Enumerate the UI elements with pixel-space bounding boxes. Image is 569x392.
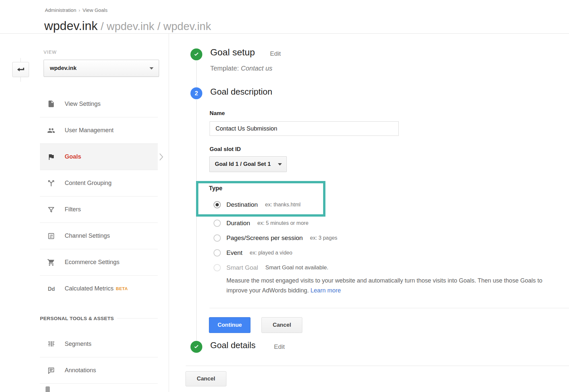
goal-slot-id-selector[interactable]: Goal Id 1 / Goal Set 1	[209, 156, 287, 172]
smart-goal-unavailable-note: Smart Goal not available.	[265, 264, 328, 271]
sidebar-item-filters[interactable]: Filters	[40, 196, 158, 223]
sidebar-item-label: Filters	[65, 206, 81, 213]
stepper-connector	[196, 100, 197, 341]
view-section-label: VIEW	[44, 49, 57, 55]
channel-settings-icon	[47, 232, 55, 240]
pages-screens-radio[interactable]	[214, 234, 221, 242]
content-grouping-icon	[47, 179, 55, 187]
goal-details-complete-badge	[190, 341, 202, 353]
people-icon	[47, 127, 55, 135]
goal-setup-complete-badge	[190, 48, 202, 60]
back-arrow-icon	[17, 65, 25, 75]
calculated-metrics-icon: Dd	[47, 285, 55, 293]
goal-setup-title: Goal setup	[210, 47, 255, 58]
next-item-icon-fragment	[46, 386, 50, 392]
goal-description-step-badge: 2	[190, 87, 202, 99]
sidebar-nav: View Settings User Management Goals Cont…	[40, 91, 158, 302]
beta-badge: BETA	[116, 286, 128, 291]
type-option-example: ex: played a video	[250, 250, 292, 256]
check-icon	[193, 344, 200, 350]
view-goals-page: Administration›View Goals wpdev.ink / wp…	[0, 0, 569, 392]
sidebar-item-user-management[interactable]: User Management	[40, 117, 158, 143]
sidebar-item-label: View Settings	[65, 101, 101, 107]
page-title-account: wpdev.ink	[44, 19, 98, 33]
help-line-2: improve your AdWords bidding.	[226, 287, 309, 294]
header-divider	[0, 33, 569, 34]
svg-text:Dd: Dd	[48, 286, 55, 292]
sidebar-item-label: Content Grouping	[65, 180, 112, 187]
type-option-label[interactable]: Destination	[226, 201, 258, 208]
page-title: wpdev.ink / wpdev.ink / wpdev.ink	[44, 19, 211, 33]
type-option-example: ex: thanks.html	[265, 202, 301, 208]
breadcrumb: Administration›View Goals	[45, 7, 108, 13]
type-option-example: ex: 5 minutes or more	[257, 220, 309, 226]
sidebar-item-content-grouping[interactable]: Content Grouping	[40, 170, 158, 196]
chevron-down-icon	[150, 67, 153, 70]
breadcrumb-administration[interactable]: Administration	[45, 7, 76, 13]
funnel-icon	[47, 206, 55, 214]
sidebar-item-label: User Management	[65, 127, 114, 134]
section-header-rule	[117, 318, 158, 318]
segments-icon	[47, 340, 55, 348]
back-connector-top	[20, 58, 21, 62]
sidebar-item-label: Calculated Metrics	[65, 285, 114, 292]
type-option-label[interactable]: Pages/Screens per session	[226, 234, 303, 242]
goal-description-title: Goal description	[210, 87, 272, 97]
goal-details-title: Goal details	[210, 340, 255, 350]
goal-setup-edit-link[interactable]: Edit	[270, 50, 281, 57]
smart-goal-help-text: Measure the most engaged visits to your …	[226, 276, 560, 295]
annotation-bubble-icon	[47, 367, 55, 375]
event-radio[interactable]	[214, 249, 221, 256]
section-header-label: PERSONAL TOOLS & ASSETS	[40, 316, 114, 321]
back-button[interactable]	[12, 62, 29, 77]
type-option-label[interactable]: Duration	[226, 220, 250, 227]
breadcrumb-separator: ›	[79, 7, 80, 13]
document-icon	[47, 100, 55, 108]
sidebar-item-label: Annotations	[65, 367, 96, 374]
destination-radio[interactable]	[214, 201, 221, 208]
breadcrumb-view-goals: View Goals	[83, 7, 108, 13]
page-title-property-view: / wpdev.ink / wpdev.ink	[98, 20, 211, 32]
sidebar-item-channel-settings[interactable]: Channel Settings	[40, 223, 158, 249]
type-option-label: Smart Goal	[226, 264, 258, 271]
shopping-cart-icon	[47, 258, 55, 266]
type-option-label[interactable]: Event	[226, 249, 243, 256]
sidebar-item-view-settings[interactable]: View Settings	[40, 91, 158, 117]
sidebar-item-goals[interactable]: Goals	[40, 143, 158, 170]
continue-button[interactable]: Continue	[209, 317, 251, 333]
type-option-example: ex: 3 pages	[310, 235, 337, 241]
sidebar-item-label: Segments	[65, 341, 91, 347]
type-option-duration: Duration ex: 5 minutes or more	[214, 219, 309, 227]
active-item-chevron-icon	[159, 153, 164, 161]
form-cancel-button[interactable]: Cancel	[185, 371, 226, 386]
goal-slot-id-label: Goal slot ID	[210, 146, 241, 153]
form-footer-divider	[186, 366, 569, 366]
type-option-destination: Destination ex: thanks.html	[214, 200, 301, 209]
stepper-connector	[196, 61, 197, 87]
sidebar-item-annotations[interactable]: Annotations	[40, 357, 158, 383]
help-line-1: Measure the most engaged visits to your …	[226, 277, 542, 284]
sidebar-item-calculated-metrics[interactable]: Dd Calculated Metrics BETA	[40, 275, 158, 302]
type-option-smart-goal: Smart Goal Smart Goal not available.	[214, 263, 328, 272]
sidebar-item-segments[interactable]: Segments	[40, 331, 158, 357]
template-value: Contact us	[241, 65, 273, 72]
view-selector[interactable]: wpdev.ink	[44, 60, 159, 77]
smart-goal-radio	[214, 264, 221, 271]
template-label: Template:	[210, 65, 239, 72]
back-connector-bottom	[20, 77, 21, 82]
goal-slot-id-value: Goal Id 1 / Goal Set 1	[215, 161, 278, 167]
learn-more-link[interactable]: Learn more	[311, 287, 341, 294]
step-number: 2	[195, 90, 198, 97]
personal-tools-section-header: PERSONAL TOOLS & ASSETS	[40, 316, 158, 321]
duration-radio[interactable]	[214, 220, 221, 227]
type-label: Type	[209, 185, 222, 192]
check-icon	[193, 51, 200, 58]
type-option-pages-screens: Pages/Screens per session ex: 3 pages	[214, 234, 337, 242]
chevron-down-icon	[278, 163, 282, 166]
content-left-border	[169, 34, 169, 392]
goal-details-edit-link[interactable]: Edit	[274, 343, 285, 350]
cancel-button[interactable]: Cancel	[261, 317, 302, 333]
sidebar-item-ecommerce-settings[interactable]: Ecommerce Settings	[40, 249, 158, 275]
goal-name-input[interactable]	[210, 121, 399, 136]
sidebar-item-label: Ecommerce Settings	[65, 259, 119, 266]
